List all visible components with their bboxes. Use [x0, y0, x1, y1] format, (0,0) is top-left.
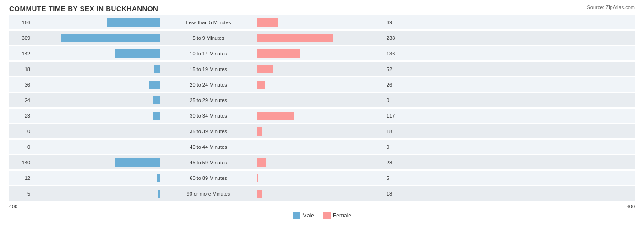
male-bar-section — [32, 171, 160, 185]
female-bar-section — [257, 77, 385, 92]
row-label: 5 to 9 Minutes — [160, 35, 257, 41]
bar-row: 166Less than 5 Minutes69 — [9, 15, 635, 29]
male-bar — [149, 81, 160, 89]
row-label: 60 to 89 Minutes — [160, 175, 257, 181]
bar-row: 3620 to 24 Minutes26 — [9, 77, 635, 92]
row-label: 45 to 59 Minutes — [160, 160, 257, 165]
bar-row: 2425 to 29 Minutes0 — [9, 93, 635, 107]
male-bar-section — [32, 62, 160, 76]
axis-left-label: 400 — [9, 204, 17, 209]
female-bar-section — [257, 93, 385, 107]
male-bar — [115, 49, 160, 58]
row-label: 30 to 34 Minutes — [160, 113, 257, 119]
male-bar — [153, 112, 160, 120]
female-bar-section — [257, 15, 385, 29]
male-bar-section — [32, 124, 160, 138]
male-bar-section — [32, 15, 160, 29]
legend-male: Male — [293, 212, 314, 219]
male-bar — [115, 158, 160, 167]
male-bar-section — [32, 186, 160, 201]
bar-row: 14045 to 59 Minutes28 — [9, 155, 635, 169]
male-bar-section — [32, 77, 160, 92]
male-bar — [153, 96, 160, 104]
female-bar-section — [257, 46, 385, 60]
legend: Male Female — [9, 212, 635, 219]
female-bar — [257, 49, 300, 58]
male-value: 0 — [9, 129, 32, 134]
row-label: 15 to 19 Minutes — [160, 66, 257, 72]
female-bar — [257, 65, 273, 73]
female-value: 28 — [385, 160, 408, 165]
row-label: 90 or more Minutes — [160, 191, 257, 196]
bar-row: 3095 to 9 Minutes238 — [9, 31, 635, 45]
legend-female: Female — [323, 212, 351, 219]
male-bar — [107, 18, 160, 27]
chart-title: COMMUTE TIME BY SEX IN BUCKHANNON — [9, 5, 635, 12]
chart-container: COMMUTE TIME BY SEX IN BUCKHANNON Source… — [0, 0, 644, 239]
male-bar-section — [32, 109, 160, 123]
male-value: 309 — [9, 35, 32, 41]
row-label: 35 to 39 Minutes — [160, 129, 257, 134]
female-value: 238 — [385, 35, 408, 41]
bar-row: 1260 to 89 Minutes5 — [9, 171, 635, 185]
male-value: 24 — [9, 98, 32, 103]
row-label: Less than 5 Minutes — [160, 20, 257, 25]
female-bar-section — [257, 186, 385, 201]
female-bar — [257, 18, 278, 27]
bar-row: 14210 to 14 Minutes136 — [9, 46, 635, 60]
female-bar — [257, 112, 294, 120]
female-bar — [257, 81, 265, 89]
row-label: 10 to 14 Minutes — [160, 51, 257, 56]
female-bar — [257, 174, 258, 182]
female-value: 52 — [385, 66, 408, 72]
female-bar-section — [257, 155, 385, 169]
male-bar — [158, 190, 160, 198]
female-bar — [257, 127, 262, 136]
female-bar-section — [257, 109, 385, 123]
row-label: 20 to 24 Minutes — [160, 82, 257, 87]
female-value: 0 — [385, 98, 408, 103]
source-text: Source: ZipAtlas.com — [587, 5, 635, 10]
male-bar-section — [32, 93, 160, 107]
legend-male-box — [293, 212, 300, 219]
female-bar-section — [257, 31, 385, 45]
female-value: 117 — [385, 113, 408, 119]
bar-row: 1815 to 19 Minutes52 — [9, 62, 635, 76]
male-value: 142 — [9, 51, 32, 56]
axis-right-label: 400 — [627, 204, 635, 209]
female-value: 136 — [385, 51, 408, 56]
male-value: 140 — [9, 160, 32, 165]
female-bar-section — [257, 124, 385, 138]
male-value: 0 — [9, 144, 32, 150]
legend-female-box — [323, 212, 331, 219]
female-bar — [257, 158, 266, 167]
bar-row: 590 or more Minutes18 — [9, 186, 635, 201]
male-bar — [154, 65, 160, 73]
male-bar-section — [32, 155, 160, 169]
female-value: 0 — [385, 144, 408, 150]
male-bar-section — [32, 31, 160, 45]
bars-area: 166Less than 5 Minutes693095 to 9 Minute… — [9, 15, 635, 203]
female-bar — [257, 190, 262, 198]
male-bar — [61, 34, 160, 42]
male-bar — [157, 174, 160, 182]
legend-male-label: Male — [302, 212, 314, 219]
female-bar-section — [257, 140, 385, 154]
female-value: 18 — [385, 129, 408, 134]
female-bar-section — [257, 171, 385, 185]
row-label: 25 to 29 Minutes — [160, 98, 257, 103]
female-value: 69 — [385, 20, 408, 25]
male-value: 12 — [9, 175, 32, 181]
male-value: 5 — [9, 191, 32, 196]
female-bar-section — [257, 62, 385, 76]
male-bar-section — [32, 140, 160, 154]
legend-female-label: Female — [333, 212, 351, 219]
female-bar — [257, 34, 333, 42]
female-value: 5 — [385, 175, 408, 181]
bar-row: 040 to 44 Minutes0 — [9, 140, 635, 154]
male-value: 166 — [9, 20, 32, 25]
female-value: 18 — [385, 191, 408, 196]
male-value: 36 — [9, 82, 32, 87]
male-bar-section — [32, 46, 160, 60]
bar-row: 2330 to 34 Minutes117 — [9, 109, 635, 123]
